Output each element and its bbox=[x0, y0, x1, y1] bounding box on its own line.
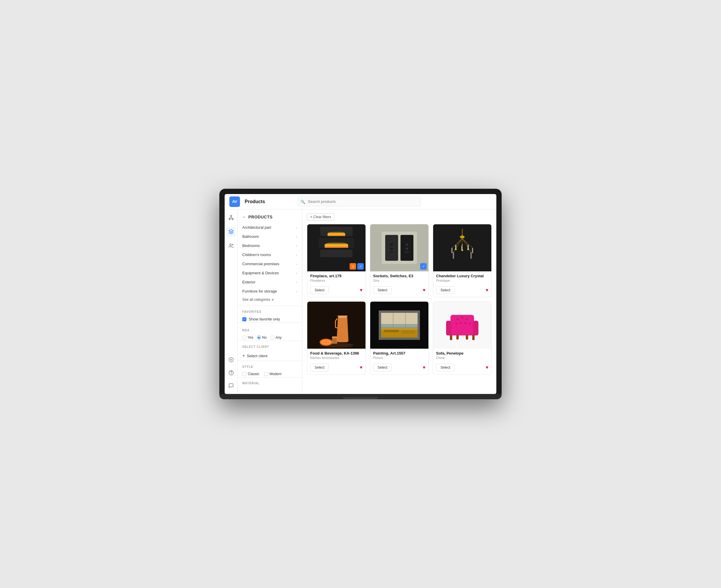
product-card-food: Food & Beverage, KA-1396 Kitchen Accesso… bbox=[307, 301, 366, 375]
select-button-painting[interactable]: Select bbox=[373, 364, 392, 371]
show-favorites-checkbox[interactable]: ✓ bbox=[242, 317, 246, 321]
select-client-section: SELECT CLIENT + Select client bbox=[238, 341, 302, 361]
sidebar-item-chat[interactable] bbox=[226, 381, 236, 391]
material-section: MATERIAL bbox=[238, 377, 302, 387]
socket-unit-2 bbox=[400, 235, 413, 261]
svg-rect-29 bbox=[471, 252, 472, 259]
svg-point-58 bbox=[464, 322, 466, 324]
blue-badge-icon: ✓ bbox=[357, 263, 364, 270]
svg-rect-26 bbox=[451, 248, 453, 253]
style-modern[interactable]: Modern bbox=[264, 372, 282, 376]
product-image-sockets: ✓ bbox=[370, 224, 428, 271]
header: AV Products 🔍 bbox=[225, 194, 496, 209]
product-actions-chandelier: Select ♥ bbox=[433, 285, 491, 297]
select-button-sofa[interactable]: Select bbox=[436, 364, 455, 371]
category-item-bedrooms[interactable]: Bedrooms › bbox=[238, 241, 302, 250]
sidebar-item-users[interactable] bbox=[226, 241, 236, 251]
heart-icon-food[interactable]: ♥ bbox=[360, 365, 363, 370]
svg-rect-50 bbox=[402, 331, 415, 333]
style-title: STYLE bbox=[238, 361, 302, 371]
nda-yes[interactable]: Yes bbox=[242, 335, 253, 340]
heart-icon-sockets[interactable]: ♥ bbox=[423, 288, 426, 293]
product-actions-food: Select ♥ bbox=[307, 362, 366, 374]
category-item-commercial[interactable]: Commercial premises › bbox=[238, 259, 302, 268]
nda-no[interactable]: No bbox=[257, 335, 267, 340]
svg-rect-2 bbox=[232, 219, 233, 220]
radio-no-icon[interactable] bbox=[257, 335, 261, 340]
sidebar-item-add[interactable] bbox=[226, 355, 236, 364]
svg-point-53 bbox=[457, 318, 459, 320]
page-title: Products bbox=[245, 199, 297, 204]
product-info-painting: Painting, Art.1557 Picture bbox=[370, 349, 428, 362]
category-item-equipment[interactable]: Equipment & Devices › bbox=[238, 268, 302, 277]
see-all-categories[interactable]: See all categories ∨ bbox=[238, 296, 302, 306]
classic-label: Classic bbox=[248, 372, 259, 376]
svg-rect-49 bbox=[384, 330, 399, 332]
product-category-food: Kitchen Accessories bbox=[310, 356, 363, 360]
product-icons-sockets: ✓ bbox=[420, 263, 427, 270]
add-client-button[interactable]: + Select client bbox=[238, 351, 302, 361]
svg-rect-63 bbox=[450, 335, 452, 340]
sidebar-item-network[interactable] bbox=[226, 213, 236, 222]
svg-rect-61 bbox=[446, 321, 451, 335]
svg-rect-43 bbox=[339, 316, 346, 318]
socket-hole bbox=[406, 244, 408, 246]
nda-any-label: Any bbox=[275, 335, 282, 340]
product-actions-fireplace: Select ♥ bbox=[307, 285, 366, 297]
svg-rect-65 bbox=[466, 335, 468, 340]
product-category-sofa: China bbox=[436, 356, 489, 360]
product-info-sofa: Sofa, Penelope China bbox=[433, 349, 491, 362]
svg-rect-62 bbox=[473, 321, 478, 335]
classic-checkbox[interactable] bbox=[242, 372, 246, 376]
radio-any-icon[interactable] bbox=[270, 335, 274, 340]
category-item-bathroom[interactable]: Bathroom › bbox=[238, 232, 302, 241]
modern-checkbox[interactable] bbox=[264, 372, 268, 376]
category-label: Architectural part bbox=[242, 225, 271, 230]
radio-yes-icon[interactable] bbox=[242, 335, 246, 340]
style-section: STYLE Classic Modern bbox=[238, 361, 302, 377]
show-favorites-label: Show favorite only bbox=[249, 317, 280, 321]
chevron-right-icon: › bbox=[296, 226, 297, 229]
product-actions-sockets: Select ♥ bbox=[370, 285, 428, 297]
main-content: × Clear filters bbox=[302, 209, 496, 394]
heart-icon-painting[interactable]: ♥ bbox=[423, 365, 426, 370]
select-button-chandelier[interactable]: Select bbox=[436, 286, 455, 294]
clear-filters-button[interactable]: × Clear filters bbox=[307, 213, 334, 220]
svg-point-59 bbox=[469, 323, 471, 324]
select-button-fireplace[interactable]: Select bbox=[310, 286, 329, 294]
category-label: Bathroom bbox=[242, 234, 259, 239]
category-item-furniture[interactable]: Furniture for storage › bbox=[238, 287, 302, 296]
back-arrow-icon[interactable]: ← bbox=[242, 215, 247, 219]
category-item-childrens-rooms[interactable]: Children's rooms › bbox=[238, 250, 302, 259]
panel-back: ← PRODUCTS bbox=[238, 213, 302, 223]
search-input[interactable] bbox=[297, 197, 421, 206]
category-label: Children's rooms bbox=[242, 253, 271, 257]
category-item-exterior[interactable]: Exterior › bbox=[238, 277, 302, 287]
socket-slot bbox=[389, 252, 394, 253]
nda-any[interactable]: Any bbox=[270, 335, 282, 340]
product-category-painting: Picture bbox=[373, 356, 426, 360]
sofa-visual bbox=[433, 302, 491, 349]
svg-rect-66 bbox=[472, 335, 475, 340]
svg-point-55 bbox=[466, 318, 468, 320]
modern-label: Modern bbox=[270, 372, 282, 376]
painting-frame bbox=[379, 311, 420, 340]
sidebar-item-products[interactable] bbox=[226, 227, 236, 236]
plus-icon: + bbox=[242, 353, 245, 358]
heart-icon-fireplace[interactable]: ♥ bbox=[360, 288, 363, 293]
category-label: Exterior bbox=[242, 280, 255, 284]
select-button-sockets[interactable]: Select bbox=[373, 286, 392, 294]
product-name-sofa: Sofa, Penelope bbox=[436, 351, 489, 355]
sidebar-item-help[interactable] bbox=[226, 368, 236, 378]
category-item-architectural[interactable]: Architectural part › bbox=[238, 223, 302, 232]
product-info-chandelier: Chandelier Luxury Crystal Prototype bbox=[433, 271, 491, 285]
socket-hole bbox=[391, 248, 393, 250]
product-category-chandelier: Prototype bbox=[436, 279, 489, 282]
product-icons-fireplace: ⊙ ✓ bbox=[350, 263, 364, 270]
product-card-chandelier: Chandelier Luxury Crystal Prototype Sele… bbox=[433, 224, 492, 297]
select-button-food[interactable]: Select bbox=[310, 364, 329, 371]
heart-icon-chandelier[interactable]: ♥ bbox=[486, 288, 489, 293]
heart-icon-sofa[interactable]: ♥ bbox=[486, 365, 489, 370]
style-classic[interactable]: Classic bbox=[242, 372, 259, 376]
show-favorites-row[interactable]: ✓ Show favorite only bbox=[238, 316, 302, 322]
